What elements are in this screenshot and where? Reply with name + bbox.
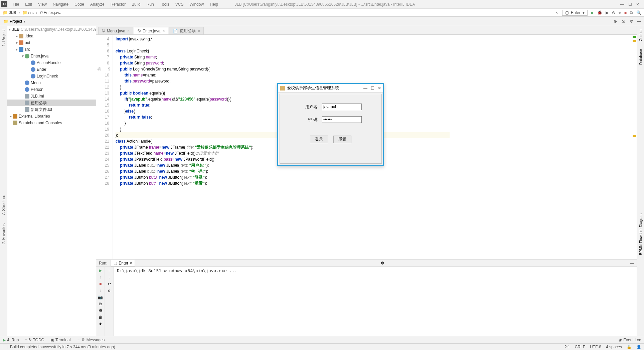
- pin-icon[interactable]: ★: [99, 322, 102, 326]
- menu-build[interactable]: Build: [129, 1, 143, 7]
- close-icon[interactable]: ×: [127, 29, 130, 33]
- tree-idea[interactable]: ▸.idea: [7, 33, 96, 39]
- layout-icon[interactable]: ⧉: [630, 10, 633, 15]
- up-icon[interactable]: ↑: [100, 275, 102, 280]
- marker-bar[interactable]: [632, 35, 637, 259]
- dialog-maximize-icon[interactable]: ☐: [371, 86, 374, 91]
- menu-window[interactable]: Window: [187, 1, 206, 7]
- profile-icon[interactable]: ⊙: [612, 10, 615, 15]
- login-button[interactable]: 登录: [310, 136, 328, 143]
- menu-edit[interactable]: Edit: [22, 1, 35, 7]
- tree-enter-java[interactable]: ▾Enter.java: [7, 53, 96, 59]
- tool-todo[interactable]: ≡ 6: TODO: [25, 338, 44, 342]
- readonly-icon[interactable]: 🔓: [627, 345, 632, 349]
- tree-scratches[interactable]: Scratches and Consoles: [7, 120, 96, 126]
- filter-icon[interactable]: ⎌: [108, 288, 110, 293]
- tool-eventlog[interactable]: ◉ Event Log: [619, 338, 641, 342]
- tree-iml[interactable]: JLB.iml: [7, 93, 96, 100]
- tree-menu[interactable]: Menu: [7, 79, 96, 86]
- tree-out[interactable]: ▾out: [7, 39, 96, 46]
- layout-icon[interactable]: ⧉: [99, 302, 102, 306]
- hide-icon[interactable]: —: [630, 261, 634, 266]
- up-stack-icon[interactable]: ↑: [108, 268, 110, 273]
- tool-structure[interactable]: 7: Structure: [1, 193, 6, 217]
- tool-favorites[interactable]: 2: Favorites: [1, 221, 6, 246]
- reset-button[interactable]: 重置: [333, 136, 351, 143]
- menu-vcs[interactable]: VCS: [173, 1, 186, 7]
- tool-terminal[interactable]: ▣ Terminal: [50, 338, 70, 342]
- stop-icon[interactable]: ■: [99, 282, 102, 286]
- coverage-icon[interactable]: ▶: [606, 10, 609, 15]
- password-input[interactable]: [322, 116, 362, 123]
- menu-help[interactable]: Help: [207, 1, 221, 7]
- camera-icon[interactable]: 📷: [98, 295, 103, 300]
- tab-menu-java[interactable]: © Menu.java ×: [98, 27, 133, 34]
- window-close-icon[interactable]: ✕: [636, 2, 639, 7]
- tool-database[interactable]: Database: [639, 47, 643, 67]
- tree-logincheck[interactable]: LoginCheck: [7, 73, 96, 79]
- trash-icon[interactable]: 🗑: [99, 315, 103, 320]
- rerun-icon[interactable]: ▶: [99, 268, 102, 273]
- project-view-label[interactable]: 📁 Project: [0, 19, 29, 24]
- tool-messages[interactable]: ⋯ 0: Messages: [76, 338, 105, 342]
- dialog-titlebar[interactable]: 爱校俱乐部学生信息管理系统 — ☐ ✕: [278, 84, 383, 93]
- run-action-column-2: ↑ ↓ ↩ ⎌: [105, 267, 114, 336]
- run-tab[interactable]: ▢ Enter ×: [111, 260, 135, 267]
- search-everywhere-icon[interactable]: 🔍: [636, 10, 641, 15]
- tree-actionhandle[interactable]: ActionHandle: [7, 59, 96, 66]
- tree-src[interactable]: ▾src: [7, 46, 96, 53]
- expand-icon[interactable]: ⇲: [621, 19, 626, 24]
- window-minimize-icon[interactable]: —: [620, 2, 624, 7]
- menu-file[interactable]: File: [10, 1, 22, 7]
- down-icon[interactable]: ↓: [100, 288, 102, 293]
- close-icon[interactable]: ×: [198, 29, 200, 33]
- tool-project[interactable]: 1: Project: [1, 27, 6, 48]
- crumb-root[interactable]: 📁 JLB: [3, 10, 16, 15]
- run-icon[interactable]: ▶: [591, 10, 594, 15]
- username-input[interactable]: [322, 104, 362, 110]
- tool-bpmn[interactable]: BPMN-Flowable-Diagram: [639, 211, 643, 257]
- menu-refactor[interactable]: Refactor: [108, 1, 128, 7]
- tab-enter-java[interactable]: © Enter.java ×: [134, 27, 168, 34]
- back-icon[interactable]: ↖: [555, 10, 559, 15]
- down-stack-icon[interactable]: ↓: [108, 275, 110, 280]
- caret-position[interactable]: 2:1: [565, 345, 570, 349]
- menu-analyze[interactable]: Analyze: [88, 1, 107, 7]
- tree-person[interactable]: Person: [7, 86, 96, 93]
- tab-readme[interactable]: 📄 使用必读 ×: [169, 27, 204, 34]
- tree-newfile[interactable]: 新建文件.txt: [7, 106, 96, 113]
- menu-view[interactable]: View: [35, 1, 49, 7]
- run-output[interactable]: D:\java\jdk-8u151-windows-x64\bin\java.e…: [114, 267, 240, 336]
- hide-icon[interactable]: —: [637, 19, 642, 24]
- tree-root[interactable]: ▾JLB C:\Users\wangshiyu\Desktop\JLB\6013…: [7, 26, 96, 33]
- tool-run[interactable]: ▶ 4: Run: [3, 338, 19, 342]
- target-icon[interactable]: ⊕: [613, 19, 618, 24]
- menu-run[interactable]: Run: [144, 1, 157, 7]
- crumb-file[interactable]: © Enter.java: [40, 10, 61, 15]
- soft-wrap-icon[interactable]: ↩: [108, 282, 111, 286]
- tool-codota[interactable]: Codota: [639, 27, 643, 43]
- attach-icon[interactable]: ⎆: [619, 10, 621, 15]
- window-maximize-icon[interactable]: ☐: [628, 2, 632, 7]
- settings-icon[interactable]: ✲: [629, 19, 634, 24]
- close-icon[interactable]: ×: [162, 29, 165, 33]
- stop-icon[interactable]: ■: [624, 10, 627, 15]
- status-box-icon[interactable]: [3, 345, 7, 349]
- crumb-src[interactable]: 📁 src: [22, 10, 34, 15]
- menu-tools[interactable]: Tools: [157, 1, 172, 7]
- tree-readme[interactable]: 使用必读: [7, 100, 96, 106]
- encoding[interactable]: UTF-8: [590, 345, 601, 349]
- tree-enter[interactable]: Enter: [7, 66, 96, 73]
- run-config-selector[interactable]: ▢ Enter ▾: [562, 10, 588, 16]
- dialog-minimize-icon[interactable]: —: [363, 86, 367, 91]
- settings-icon[interactable]: ✲: [381, 261, 384, 266]
- tree-external[interactable]: ▸External Libraries: [7, 113, 96, 120]
- indent[interactable]: 4 spaces: [606, 345, 622, 349]
- debug-icon[interactable]: 🐞: [597, 10, 602, 15]
- menu-navigate[interactable]: Navigate: [50, 1, 71, 7]
- print-icon[interactable]: 🖶: [99, 308, 103, 313]
- menu-code[interactable]: Code: [72, 1, 87, 7]
- dialog-close-icon[interactable]: ✕: [378, 86, 381, 91]
- inspections-icon[interactable]: 👤: [636, 345, 641, 349]
- line-sep[interactable]: CRLF: [575, 345, 585, 349]
